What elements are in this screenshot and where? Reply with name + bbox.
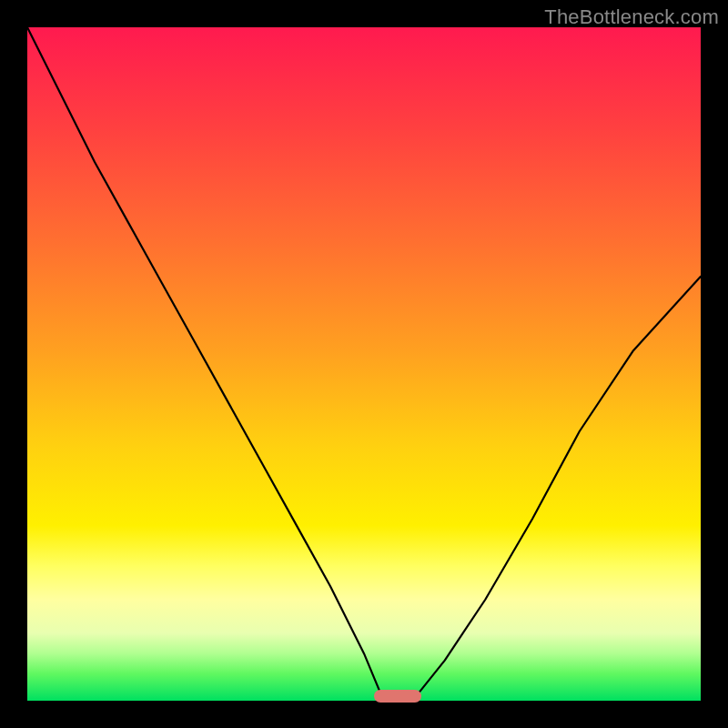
plot-area: [27, 27, 701, 701]
bottleneck-curve: [27, 27, 701, 701]
chart-frame: TheBottleneck.com: [0, 0, 728, 728]
watermark-text: TheBottleneck.com: [544, 5, 719, 29]
optimum-marker: [374, 690, 421, 703]
